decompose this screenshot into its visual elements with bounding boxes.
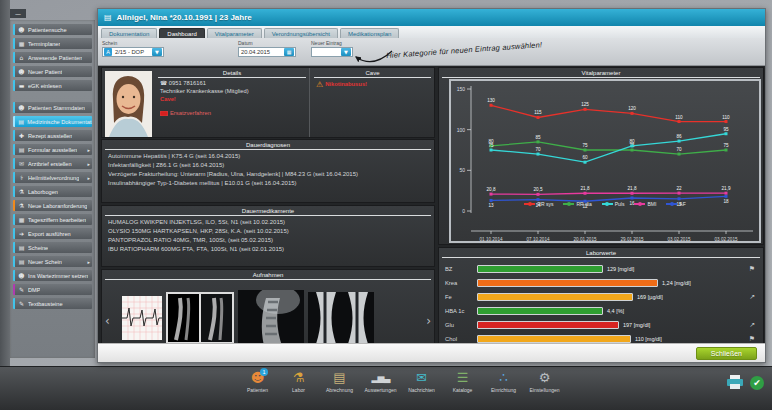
neck-xray-thumbnail[interactable] (308, 292, 374, 344)
svg-text:75: 75 (723, 143, 729, 148)
tab-dashboard[interactable]: Dashboard (159, 28, 204, 38)
svg-text:110: 110 (722, 115, 730, 120)
forearm-xray-thumbnail[interactable] (166, 292, 234, 344)
toolbar-einrichtung[interactable]: ∴Einrichtung (486, 370, 521, 393)
sidebar-item-patientensuche[interactable]: ☻Patientensuche (13, 24, 92, 35)
sidebar-item-medizinische-dokumentation[interactable]: ▤Medizinische Dokumentation (13, 116, 92, 127)
trend-icon[interactable]: ↗ (749, 293, 755, 301)
calendar-icon[interactable]: ▦ (284, 48, 294, 56)
sidebar-item-dmp[interactable]: ✎DMP (13, 284, 92, 295)
sidebar-item-label: Laborbogen (28, 189, 58, 195)
toolbar-einstellungen[interactable]: ⚙Einstellungen (527, 370, 562, 393)
sidebar-item-egk-einlesen[interactable]: ▬eGK einlesen (13, 80, 92, 91)
settings-icon: ⚙ (539, 370, 551, 386)
patient-phone: ☎ 0951 7816161 (160, 80, 309, 86)
sidebar-item-rezept-ausstellen[interactable]: ✚Rezept ausstellen (13, 130, 92, 141)
legend-item-af: AF (666, 201, 685, 207)
person-add-icon: ☻ (18, 68, 25, 75)
ekg-strip-thumbnail[interactable] (122, 296, 162, 340)
diagnosis-entry[interactable]: Infektanfälligkeit | Z86.1 G (seit 16.04… (108, 162, 428, 168)
cervical-spine-xray-thumbnail[interactable] (238, 290, 304, 346)
lab-value-bar (477, 321, 619, 329)
schein-dropdown[interactable]: A 2/15 - DOP ▼ (102, 47, 164, 57)
sidebar-item-neuer-patient[interactable]: ☻Neuer Patient (13, 66, 92, 77)
sidebar-item-ins-wartezimmer-setzen[interactable]: ☻Ins Wartezimmer setzen (13, 270, 92, 281)
laborwerte-header: Laborwerte (442, 248, 760, 258)
sidebar-item-neuer-schein[interactable]: ▤Neuer Schein▸ (13, 256, 92, 267)
export-icon: ➔ (18, 230, 25, 237)
desktop: ☻Patienten1⚗Labor▤Abrechnung▂▅▃Auswertun… (0, 0, 772, 410)
datum-input[interactable]: 20.04.2015 ▦ (238, 47, 296, 57)
carousel-right-arrow-icon[interactable]: › (426, 314, 431, 328)
flag-icon[interactable]: ⚑ (749, 335, 755, 343)
lab-icon: ⚗ (18, 188, 25, 195)
legend-swatch (563, 203, 574, 205)
doc-icon: ▤ (18, 118, 24, 125)
sidebar-item-tagesziffern-bearbeiten[interactable]: ▦Tagesziffern bearbeiten (13, 214, 92, 225)
sidebar-item-label: Patienten Stammdaten (28, 105, 85, 111)
diagnosis-entry[interactable]: Insulinabhängiger Typ-1-Diabetes mellitu… (108, 180, 428, 186)
sidebar-item-export-ausf-hren[interactable]: ➔Export ausführen (13, 228, 92, 239)
medication-entry[interactable]: IBU RATIOPHARM 600MG FTA, FTA, 100St, N1… (108, 246, 428, 252)
calendar-icon: ▦ (18, 216, 25, 223)
trend-icon[interactable]: ↗ (749, 321, 755, 329)
vitalparameter-panel: Vitalparameter 05010015001.10.201407.10.… (438, 67, 764, 245)
sidebar-item-laborbogen[interactable]: ⚗Laborbogen (13, 186, 92, 197)
svg-text:0: 0 (462, 208, 465, 214)
sidebar-item-label: Heilmittelverordnung (28, 175, 79, 181)
tab-verordnungs-bersicht[interactable]: Verordnungsübersicht (264, 28, 338, 38)
medication-entry[interactable]: OLYSIO 150MG HARTKAPSELN, HKP, 28St, K.A… (108, 228, 428, 234)
card-icon: ▬ (18, 82, 25, 89)
lab-value-bar (477, 265, 603, 273)
catalogs-icon: ☰ (457, 370, 469, 386)
flag-icon[interactable]: ⚑ (749, 265, 755, 273)
lab-icon: ⚗ (18, 202, 25, 209)
patient-insurance: Techniker Krankenkasse (Mitglied) (160, 88, 309, 94)
menu-button[interactable]: — (10, 9, 26, 18)
sidebar-item-label: Arztbrief erstellen (28, 161, 72, 167)
diagnosis-entry[interactable]: Autoimmune Hepatitis | K75.4 G (seit 16.… (108, 153, 428, 159)
sidebar-item-scheine[interactable]: ▤Scheine (13, 242, 92, 253)
carousel-left-arrow-icon[interactable]: ‹ (105, 314, 110, 328)
svg-text:150: 150 (457, 86, 466, 92)
toolbar-kataloge[interactable]: ☰Kataloge (445, 370, 480, 393)
close-button[interactable]: Schließen (696, 347, 757, 360)
diagnosis-entry[interactable]: Verzögerte Frakturheilung: Unterarm [Rad… (108, 171, 428, 177)
printer-icon[interactable] (726, 375, 744, 390)
legend-label: BMI (647, 201, 656, 207)
sidebar-item-formular-ausstellen[interactable]: ▤Formular ausstellen▸ (13, 144, 92, 155)
svg-text:21,9: 21,9 (722, 186, 731, 191)
sidebar-item-heilmittelverordnung[interactable]: ⚕Heilmittelverordnung▸ (13, 172, 92, 183)
sidebar-item-patienten-stammdaten[interactable]: ☻Patienten Stammdaten (13, 102, 92, 113)
sidebar-item-label: Anwesende Patienten (28, 55, 82, 61)
sidebar-item-neue-laboranforderung[interactable]: ⚗Neue Laboranforderung (13, 200, 92, 211)
sidebar-item-label: Medizinische Dokumentation (27, 119, 92, 125)
phone-icon: ☎ (160, 80, 167, 86)
egk-card-icon (160, 111, 168, 116)
toolbar-abrechnung[interactable]: ▤Abrechnung (322, 370, 357, 393)
toolbar-labor[interactable]: ⚗Labor (281, 370, 316, 393)
tab-vitalparameter[interactable]: Vitalparameter (207, 28, 262, 38)
schein-value: 2/15 - DOP (113, 49, 152, 55)
svg-text:110: 110 (675, 115, 683, 120)
svg-text:115: 115 (534, 110, 542, 115)
tab-medikationsplan[interactable]: Medikationsplan (340, 28, 399, 38)
tab-dokumentation[interactable]: Dokumentation (101, 28, 157, 38)
schein-dropdown-arrow-icon[interactable]: ▼ (152, 48, 162, 56)
toolbar-patienten[interactable]: ☻Patienten1 (240, 370, 275, 393)
toolbar-nachrichten[interactable]: ✉Nachrichten (404, 370, 439, 393)
sidebar-item-anwesende-patienten[interactable]: ⌂Anwesende Patienten (13, 52, 92, 63)
neuer-eintrag-dropdown[interactable]: ▼ (311, 47, 353, 57)
status-ok-icon[interactable]: ✔ (750, 376, 764, 390)
cave-entry: ⚠Nikotinabusus! (316, 80, 434, 89)
sidebar-item-arztbrief-erstellen[interactable]: ✉Arztbrief erstellen▸ (13, 158, 92, 169)
warning-icon: ⚠ (316, 80, 323, 89)
medication-entry[interactable]: HUMALOG KWIKPEN INJEKTLSG, ILO, 5St, N1 … (108, 219, 428, 225)
medication-entry[interactable]: PANTOPRAZOL RATIO 40MG, TMR, 100St, (sei… (108, 237, 428, 243)
toolbar-label: Auswertungen (365, 387, 397, 393)
sidebar-item-terminplaner[interactable]: ▦Terminplaner (13, 38, 92, 49)
sidebar-item-label: Neuer Patient (28, 69, 62, 75)
sidebar-item-textbausteine[interactable]: ✎Textbausteine (13, 298, 92, 309)
toolbar-auswertungen[interactable]: ▂▅▃Auswertungen (363, 370, 398, 393)
lab-label: Chol (445, 336, 477, 342)
